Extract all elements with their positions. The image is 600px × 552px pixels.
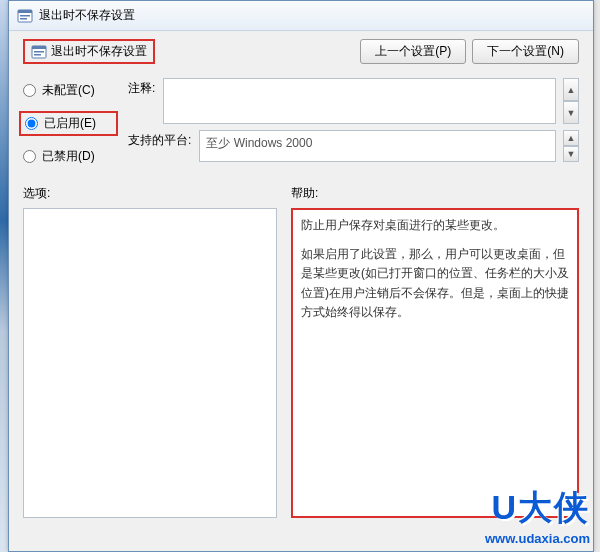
policy-icon — [17, 8, 33, 24]
options-label: 选项: — [23, 185, 291, 202]
radio-not-configured[interactable]: 未配置(C) — [23, 82, 118, 99]
policy-dialog-window: 退出时不保存设置 退出时不保存设置 上一个设置(P) 下一个设置(N) — [8, 0, 594, 552]
radio-disabled-label: 已禁用(D) — [42, 148, 95, 165]
supported-platforms-text: 至少 Windows 2000 — [206, 135, 312, 152]
comment-up-button[interactable]: ▲ — [563, 78, 579, 101]
supported-up-button[interactable]: ▲ — [563, 130, 579, 146]
radio-enabled-input[interactable] — [25, 117, 38, 130]
svg-rect-1 — [18, 10, 32, 13]
comment-textarea[interactable] — [163, 78, 556, 124]
help-paragraph-1: 防止用户保存对桌面进行的某些更改。 — [301, 216, 569, 235]
svg-rect-3 — [20, 18, 27, 20]
radio-disabled-input[interactable] — [23, 150, 36, 163]
help-pane: 防止用户保存对桌面进行的某些更改。 如果启用了此设置，那么，用户可以更改桌面，但… — [291, 208, 579, 518]
svg-rect-7 — [34, 54, 41, 56]
policy-title: 退出时不保存设置 — [23, 39, 155, 64]
supported-label: 支持的平台: — [128, 130, 191, 149]
help-label: 帮助: — [291, 185, 318, 202]
help-paragraph-2: 如果启用了此设置，那么，用户可以更改桌面，但是某些更改(如已打开窗口的位置、任务… — [301, 245, 569, 322]
supported-platforms: 至少 Windows 2000 — [199, 130, 556, 162]
supported-down-button[interactable]: ▼ — [563, 146, 579, 162]
svg-rect-2 — [20, 15, 30, 17]
radio-not-configured-label: 未配置(C) — [42, 82, 95, 99]
radio-not-configured-input[interactable] — [23, 84, 36, 97]
svg-rect-6 — [34, 51, 44, 53]
radio-enabled[interactable]: 已启用(E) — [25, 115, 112, 132]
comment-label: 注释: — [128, 78, 155, 97]
next-setting-button[interactable]: 下一个设置(N) — [472, 39, 579, 64]
titlebar[interactable]: 退出时不保存设置 — [9, 1, 593, 31]
policy-title-text: 退出时不保存设置 — [51, 43, 147, 60]
prev-setting-button[interactable]: 上一个设置(P) — [360, 39, 466, 64]
comment-down-button[interactable]: ▼ — [563, 101, 579, 124]
radio-disabled[interactable]: 已禁用(D) — [23, 148, 118, 165]
radio-enabled-label: 已启用(E) — [44, 115, 96, 132]
svg-rect-5 — [32, 46, 46, 49]
options-pane — [23, 208, 277, 518]
window-title: 退出时不保存设置 — [39, 7, 135, 24]
